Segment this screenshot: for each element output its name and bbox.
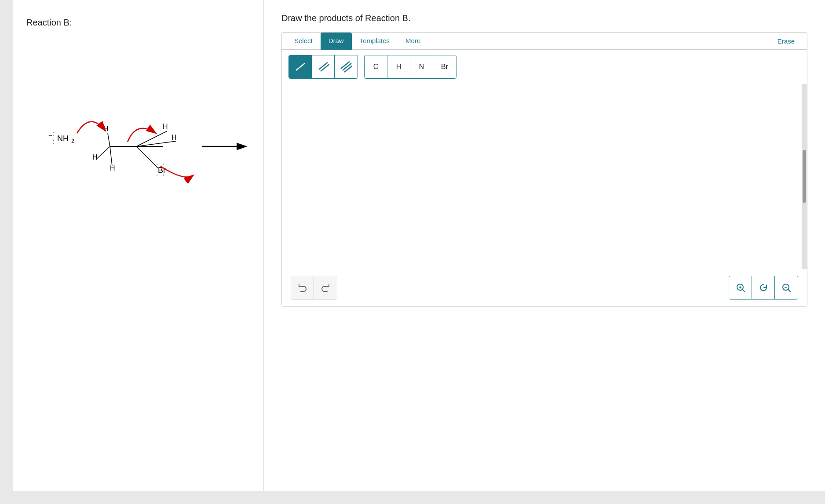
undo-redo-group: [291, 276, 337, 299]
svg-text:H: H: [172, 134, 177, 141]
element-C-button[interactable]: C: [365, 55, 387, 78]
svg-line-30: [343, 63, 351, 70]
svg-text::: :: [53, 138, 55, 146]
left-panel: Reaction B: − : : NH 2 H H: [13, 0, 264, 504]
zoom-out-button[interactable]: [775, 276, 798, 299]
bottom-toolbar: [282, 269, 807, 306]
redo-button[interactable]: [314, 276, 337, 299]
tab-draw[interactable]: Draw: [321, 33, 352, 50]
canvas-area[interactable]: [282, 84, 807, 269]
draw-tool-box: Select Draw Templates More Erase: [281, 32, 807, 307]
svg-line-8: [108, 133, 110, 146]
svg-line-31: [344, 65, 352, 72]
canvas-scrollbar[interactable]: [802, 84, 807, 269]
svg-line-27: [319, 62, 328, 69]
vertical-sidebar: [0, 0, 13, 504]
svg-line-26: [296, 63, 305, 70]
bond-group: [288, 55, 358, 79]
svg-line-35: [742, 290, 745, 292]
tab-select[interactable]: Select: [286, 33, 321, 50]
svg-text:2: 2: [71, 138, 74, 144]
svg-text:H: H: [92, 153, 98, 161]
element-N-button[interactable]: N: [410, 55, 433, 78]
svg-line-22: [136, 146, 158, 168]
svg-line-29: [341, 62, 350, 69]
zoom-group: [729, 276, 798, 299]
svg-line-28: [321, 64, 329, 71]
svg-line-12: [110, 146, 112, 166]
page-bottom: [0, 491, 825, 504]
reaction-label: Reaction B:: [26, 18, 250, 28]
double-bond-button[interactable]: [312, 55, 335, 78]
tab-templates[interactable]: Templates: [352, 33, 398, 50]
reaction-svg: − : : NH 2 H H H H H: [26, 41, 255, 208]
svg-text:NH: NH: [57, 134, 69, 143]
question-title: Draw the products of Reaction B.: [281, 13, 807, 23]
single-bond-button[interactable]: [289, 55, 312, 78]
toolbar-tabs: Select Draw Templates More Erase: [282, 33, 807, 50]
svg-line-10: [97, 146, 110, 159]
canvas-scrollbar-thumb: [803, 150, 806, 203]
reaction-drawing: − : : NH 2 H H H H H: [26, 41, 250, 210]
element-group: C H N Br: [364, 55, 456, 79]
element-H-button[interactable]: H: [387, 55, 410, 78]
right-panel: Draw the products of Reaction B. Select …: [264, 0, 825, 504]
triple-bond-button[interactable]: [335, 55, 358, 78]
element-Br-button[interactable]: Br: [433, 55, 456, 78]
tab-more[interactable]: More: [398, 33, 428, 50]
erase-button[interactable]: Erase: [770, 33, 803, 49]
svg-text:H: H: [110, 164, 115, 172]
undo-button[interactable]: [291, 276, 314, 299]
zoom-reset-button[interactable]: [752, 276, 775, 299]
svg-text:−: −: [48, 131, 52, 139]
svg-line-38: [788, 290, 791, 292]
zoom-in-button[interactable]: [729, 276, 752, 299]
svg-text::: :: [53, 130, 55, 137]
tool-buttons-row: C H N Br: [282, 50, 807, 84]
svg-text:H: H: [163, 123, 168, 130]
